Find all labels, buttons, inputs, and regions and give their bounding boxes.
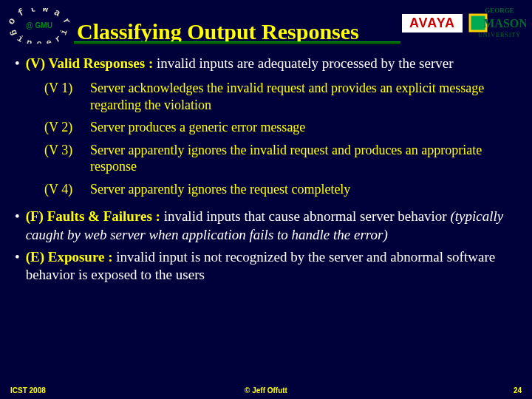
table-row: (V 3)Server apparently ignores the inval…	[40, 139, 519, 178]
valid-subtable: (V 1)Server acknowledges the invalid req…	[40, 77, 519, 200]
gmu-logo: GEORGE MASON UNIVERSITY	[467, 4, 526, 41]
gmu-top-text: GEORGE	[485, 7, 514, 14]
footer-left: ICST 2008	[10, 386, 46, 395]
slide-title: Classifying Output Responses	[77, 20, 402, 45]
svg-text:@ GMU: @ GMU	[26, 21, 52, 30]
slide-number: 24	[514, 386, 522, 395]
bullet-dot-icon: •	[15, 55, 20, 72]
bullet-faults-text: (F) Faults & Failures : invalid inputs t…	[26, 208, 519, 244]
bullet-faults: • (F) Faults & Failures : invalid inputs…	[15, 208, 519, 244]
slide-header: S o f t w a r e E n g i n e e r i n g @ …	[0, 0, 532, 44]
bullet-dot-icon: •	[15, 208, 20, 244]
table-row: (V 1)Server acknowledges the invalid req…	[40, 77, 519, 116]
slide-content: • (V) Valid Responses : invalid inputs a…	[0, 44, 532, 284]
gmu-bottom-text: UNIVERSITY	[478, 32, 521, 38]
avaya-logo: AVAYA	[402, 14, 463, 33]
bullet-exposure: • (E) Exposure : invalid input is not re…	[15, 248, 519, 284]
footer-copyright: © Jeff Offutt	[245, 386, 287, 395]
bullet-valid-text: (V) Valid Responses : invalid inputs are…	[26, 55, 454, 72]
slide-footer: ICST 2008 © Jeff Offutt 24	[0, 386, 532, 395]
bullet-exposure-text: (E) Exposure : invalid input is not reco…	[26, 248, 519, 284]
table-row: (V 2)Server produces a generic error mes…	[40, 116, 519, 139]
software-engineering-gmu-logo: S o f t w a r e E n g i n e e r i n g @ …	[6, 7, 72, 44]
bullet-valid: • (V) Valid Responses : invalid inputs a…	[15, 55, 519, 72]
table-row: (V 4)Server apparently ignores the reque…	[40, 178, 519, 201]
bullet-dot-icon: •	[15, 248, 20, 284]
gmu-name: MASON	[483, 17, 526, 30]
header-right-logos: AVAYA GEORGE MASON UNIVERSITY	[402, 4, 526, 41]
title-underline	[74, 41, 400, 44]
